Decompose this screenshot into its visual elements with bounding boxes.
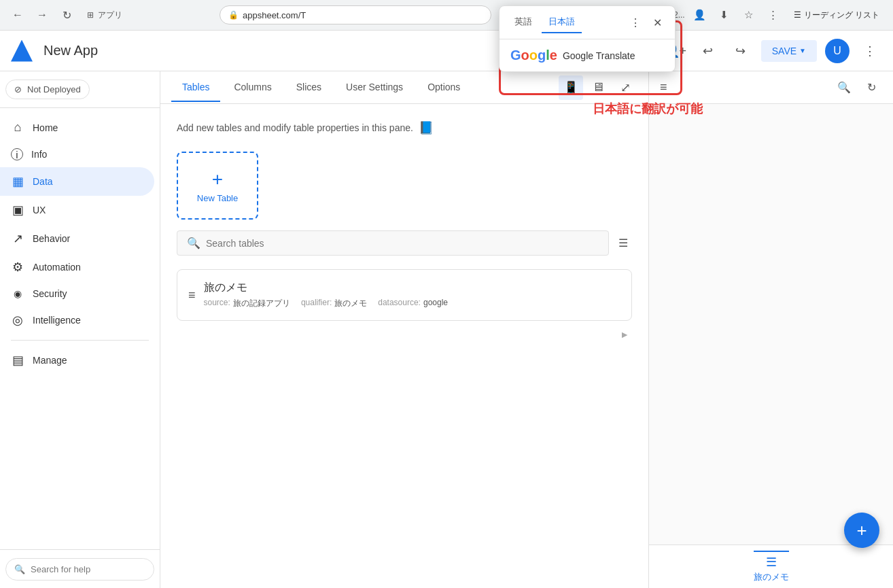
sidebar-label-behavior: Behavior	[33, 233, 70, 244]
ux-icon: ▣	[11, 203, 24, 218]
tab-tables[interactable]: Tables	[171, 73, 220, 102]
table-qualifier: qualifier: 旅のメモ	[301, 298, 367, 309]
content-hint: Add new tables and modify table properti…	[177, 120, 632, 135]
tab-slices[interactable]: Slices	[285, 73, 332, 102]
content-body: Add new tables and modify table properti…	[160, 104, 648, 588]
sidebar-item-manage[interactable]: ▤ Manage	[0, 346, 154, 375]
sidebar-item-intelligence[interactable]: ◎ Intelligence	[0, 306, 154, 334]
profile-button[interactable]: 👤	[690, 5, 710, 24]
user-avatar[interactable]: U	[825, 39, 850, 63]
tab-columns[interactable]: Columns	[223, 73, 282, 102]
hint-text: Add new tables and modify table properti…	[177, 122, 413, 133]
right-panel: ≡ 🔍 ↻ + ☰ 旅のメモ	[648, 71, 893, 588]
not-deployed-button[interactable]: ⊘ Not Deployed	[5, 80, 90, 99]
save-label: SAVE	[772, 46, 796, 56]
not-deployed-label: Not Deployed	[27, 84, 81, 94]
more-options-button[interactable]: ⋮	[858, 39, 882, 63]
rp-search-button[interactable]: 🔍	[833, 77, 855, 99]
fab-button[interactable]: +	[844, 513, 879, 548]
back-button[interactable]: ←	[8, 5, 27, 24]
table-item-info: 旅のメモ source: 旅の記録アプリ qualifier: 旅のメモ	[204, 281, 620, 309]
tab-options[interactable]: Options	[417, 73, 471, 102]
annotation-arrow-svg	[635, 5, 656, 12]
book-icon: 📘	[419, 120, 434, 135]
sidebar-label-home: Home	[33, 122, 58, 133]
reading-list-label: リーディング リスト	[804, 10, 879, 21]
sidebar-label-security: Security	[33, 288, 67, 299]
sidebar-nav: ⌂ Home i Info ▦ Data ▣ UX ↗ Behavior	[0, 108, 160, 549]
bookmark-button[interactable]: ☆	[739, 5, 758, 24]
google-logo: Google	[510, 48, 557, 63]
sidebar-label-data: Data	[33, 176, 53, 187]
table-actions-row: + New Table	[177, 152, 632, 220]
sidebar-item-automation[interactable]: ⚙ Automation	[0, 253, 154, 281]
table-datasource: datasource: google	[378, 298, 448, 309]
sidebar-divider	[11, 340, 149, 341]
lock-icon: 🔒	[228, 10, 239, 20]
filter-icon: ≡	[660, 80, 667, 94]
translate-more-button[interactable]: ⋮	[626, 13, 645, 32]
mobile-view-button[interactable]: 📱	[559, 75, 583, 100]
redo-button[interactable]: ↪	[729, 39, 753, 63]
intelligence-icon: ◎	[11, 313, 24, 328]
home-icon: ⌂	[11, 120, 24, 135]
fab-icon: +	[856, 520, 866, 541]
security-icon: ◉	[11, 288, 24, 299]
sidebar: ⊘ Not Deployed ⌂ Home i Info ▦ Data	[0, 71, 160, 588]
search-help-label: Search for help	[31, 564, 90, 574]
search-help-icon: 🔍	[14, 564, 25, 574]
save-button[interactable]: SAVE ▼	[761, 40, 817, 62]
table-source: source: 旅の記録アプリ	[204, 298, 290, 309]
app-container: New App 👤+ ↩ ↪ SAVE ▼ U ⋮ ⊘ Not Deployed	[0, 31, 893, 588]
apps-icon: ⊞	[87, 10, 94, 20]
address-bar[interactable]: 🔒 appsheet.com/T	[220, 5, 491, 24]
right-panel-bottom-tabs: ☰ 旅のメモ	[649, 544, 893, 588]
search-tables-icon: 🔍	[187, 237, 200, 249]
table-item[interactable]: ≡ 旅のメモ source: 旅の記録アプリ qualifier: 旅のメモ	[177, 269, 632, 321]
forward-button[interactable]: →	[33, 5, 52, 24]
translate-popup-header: 英語 日本語 ⋮ ✕	[500, 6, 675, 39]
sidebar-bottom: 🔍 Search for help	[0, 549, 160, 588]
translate-service-label: Google Translate	[563, 50, 635, 61]
behavior-icon: ↗	[11, 231, 24, 246]
sidebar-item-security[interactable]: ◉ Security	[0, 281, 154, 306]
sidebar-label-automation: Automation	[33, 262, 81, 273]
view-toggle-button[interactable]: ☰	[614, 232, 632, 254]
tab-user-settings[interactable]: User Settings	[335, 73, 414, 102]
right-panel-top: ≡ 🔍 ↻	[649, 71, 893, 104]
apps-label: アプリ	[98, 10, 122, 21]
rp-tab-active[interactable]: ☰ 旅のメモ	[754, 551, 789, 583]
sidebar-label-ux: UX	[33, 205, 46, 215]
translate-lang-en-button[interactable]: 英語	[508, 12, 539, 33]
more-button[interactable]: ⋮	[764, 5, 783, 24]
undo-button[interactable]: ↩	[696, 39, 720, 63]
sidebar-item-ux[interactable]: ▣ UX	[0, 196, 154, 224]
translate-lang-ja-button[interactable]: 日本語	[542, 12, 582, 33]
desktop-view-button[interactable]: 🖥	[586, 75, 610, 100]
expand-arrow[interactable]: ►	[617, 326, 632, 343]
rp-tab-list-icon: ☰	[766, 555, 777, 570]
main-content: ⊘ Not Deployed ⌂ Home i Info ▦ Data	[0, 71, 893, 588]
right-panel-content	[649, 104, 893, 544]
new-table-label: New Table	[197, 193, 238, 203]
search-row: 🔍 ☰	[177, 230, 632, 256]
search-help-button[interactable]: 🔍 Search for help	[5, 558, 154, 581]
reading-list-button[interactable]: ☰ リーディング リスト	[788, 7, 885, 24]
view-toggle-icon: ☰	[618, 237, 628, 249]
sidebar-item-behavior[interactable]: ↗ Behavior	[0, 224, 154, 253]
sidebar-item-home[interactable]: ⌂ Home	[0, 114, 154, 141]
sidebar-item-info[interactable]: i Info	[0, 141, 154, 167]
translate-close-button[interactable]: ✕	[648, 13, 667, 32]
table-item-meta: source: 旅の記録アプリ qualifier: 旅のメモ datasour…	[204, 298, 620, 309]
search-tables-input[interactable]	[206, 238, 599, 249]
refresh-button[interactable]: ↻	[57, 5, 76, 24]
app-logo	[11, 40, 33, 62]
download-button[interactable]: ⬇	[715, 5, 734, 24]
table-item-icon: ≡	[188, 288, 196, 302]
manage-icon: ▤	[11, 353, 24, 368]
sidebar-item-data[interactable]: ▦ Data	[0, 167, 154, 196]
rp-refresh-button[interactable]: ↻	[860, 77, 882, 99]
search-tables-container[interactable]: 🔍	[177, 230, 609, 256]
external-link-button[interactable]: ⤢	[613, 75, 637, 100]
new-table-card[interactable]: + New Table	[177, 152, 258, 220]
